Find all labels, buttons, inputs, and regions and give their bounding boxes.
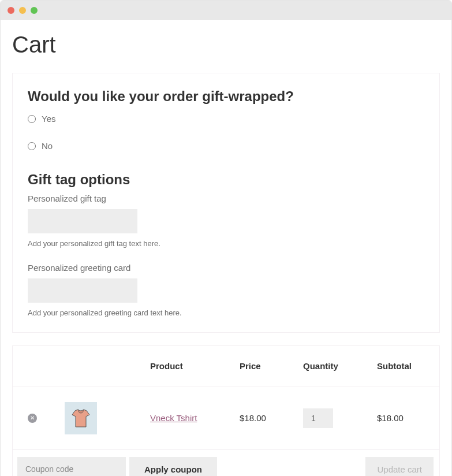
coupon-code-input[interactable] — [17, 457, 126, 476]
page-title: Cart — [12, 32, 440, 58]
minimize-window-icon[interactable] — [19, 7, 26, 14]
gift-tag-label: Personalized gift tag — [28, 194, 424, 203]
gift-tag-helper: Add your personalized gift tag text here… — [28, 239, 424, 248]
gift-wrap-section: Would you like your order gift-wrapped? … — [12, 73, 440, 333]
table-row: ✕ Vneck Tshirt $18.00 — [13, 386, 439, 450]
gift-tag-input[interactable] — [28, 209, 137, 233]
item-subtotal: $18.00 — [377, 413, 404, 423]
gift-wrap-no-radio[interactable] — [28, 142, 36, 150]
gift-wrap-no-option[interactable]: No — [28, 141, 424, 151]
app-window: Cart Would you like your order gift-wrap… — [0, 0, 452, 476]
quantity-input[interactable] — [303, 408, 333, 428]
window-titlebar — [1, 1, 451, 20]
update-cart-button[interactable]: Update cart — [365, 457, 434, 476]
header-subtotal: Subtotal — [377, 361, 439, 371]
gift-wrap-yes-label: Yes — [42, 114, 55, 124]
remove-item-button[interactable]: ✕ — [28, 414, 37, 423]
close-window-icon[interactable] — [8, 7, 14, 14]
gift-wrap-no-label: No — [42, 141, 53, 151]
greeting-card-input[interactable] — [28, 278, 137, 303]
header-quantity: Quantity — [303, 361, 377, 371]
tshirt-icon — [70, 407, 92, 429]
apply-coupon-button[interactable]: Apply coupon — [129, 457, 217, 476]
product-thumbnail[interactable] — [65, 402, 97, 434]
table-header-row: Product Price Quantity Subtotal — [13, 346, 439, 386]
greeting-card-label: Personalized greeting card — [28, 263, 424, 273]
cart-actions-row: Apply coupon Update cart — [13, 450, 439, 476]
item-price: $18.00 — [240, 413, 266, 423]
gift-wrap-yes-radio[interactable] — [28, 115, 36, 123]
cart-table: Product Price Quantity Subtotal ✕ — [12, 345, 440, 476]
header-product: Product — [150, 361, 240, 371]
maximize-window-icon[interactable] — [31, 7, 38, 14]
header-price: Price — [240, 361, 303, 371]
close-icon: ✕ — [30, 415, 35, 421]
gift-wrap-yes-option[interactable]: Yes — [28, 114, 424, 124]
gift-wrap-question: Would you like your order gift-wrapped? — [28, 88, 424, 105]
gift-tag-heading: Gift tag options — [28, 172, 424, 188]
greeting-card-helper: Add your personalized greeting card text… — [28, 308, 424, 317]
product-link[interactable]: Vneck Tshirt — [150, 413, 197, 423]
page-content: Cart Would you like your order gift-wrap… — [1, 20, 451, 476]
